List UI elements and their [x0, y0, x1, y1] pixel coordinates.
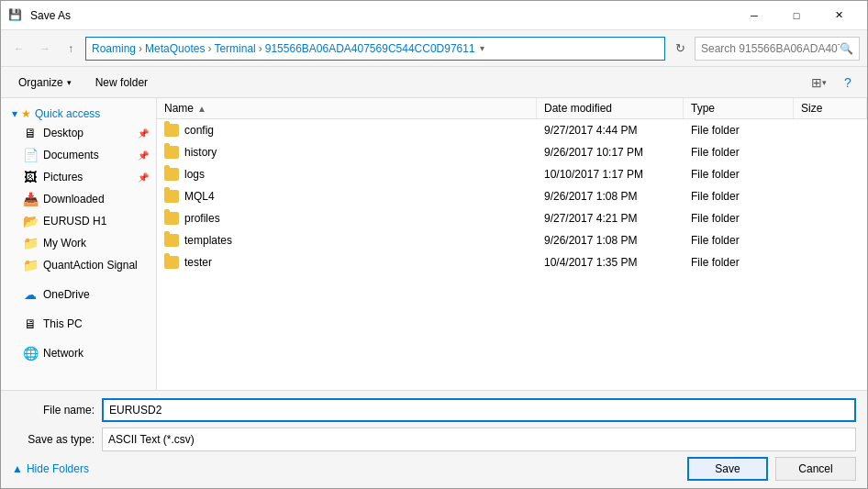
- hide-folders-button[interactable]: ▲ Hide Folders: [12, 457, 89, 481]
- sidebar-thispc-label: This PC: [43, 317, 83, 330]
- sidebar-mywork-label: My Work: [43, 237, 86, 250]
- documents-icon: 📄: [23, 148, 38, 162]
- table-row[interactable]: tester 10/4/2017 1:35 PM File folder: [157, 251, 867, 273]
- breadcrumb-dropdown-button[interactable]: ▾: [475, 37, 490, 61]
- breadcrumb[interactable]: Roaming › MetaQuotes › Terminal › 915566…: [85, 37, 665, 61]
- close-button[interactable]: ✕: [818, 1, 860, 30]
- sidebar-item-documents[interactable]: 📄 Documents 📌: [1, 144, 156, 166]
- sidebar-item-pictures[interactable]: 🖼 Pictures 📌: [1, 166, 156, 188]
- table-row[interactable]: MQL4 9/26/2017 1:08 PM File folder: [157, 185, 867, 207]
- file-list-header: Name ▲ Date modified Type Size: [157, 98, 867, 119]
- quick-access-header[interactable]: ▾ ★ Quick access: [1, 102, 156, 122]
- save-button[interactable]: Save: [687, 457, 768, 481]
- folder-icon: [164, 146, 179, 159]
- table-row[interactable]: profiles 9/27/2017 4:21 PM File folder: [157, 207, 867, 229]
- view-icon: ⊞: [811, 75, 822, 90]
- sidebar-item-onedrive[interactable]: ☁ OneDrive: [1, 283, 156, 306]
- file-cell-name: MQL4: [157, 185, 537, 206]
- file-cell-name: logs: [157, 163, 537, 184]
- view-chevron-icon: ▾: [822, 78, 827, 87]
- downloaded-icon: 📥: [23, 192, 38, 206]
- col-type-label: Type: [691, 102, 715, 115]
- maximize-button[interactable]: □: [775, 1, 818, 30]
- minimize-button[interactable]: ─: [733, 1, 775, 30]
- network-icon: 🌐: [23, 346, 38, 361]
- file-cell-type: File folder: [684, 119, 794, 140]
- sidebar-item-mywork[interactable]: 📁 My Work: [1, 232, 156, 254]
- file-cell-size: [794, 229, 867, 250]
- address-bar: ← → ↑ Roaming › MetaQuotes › Terminal › …: [1, 30, 867, 67]
- quick-access-star-icon: ★: [21, 107, 31, 120]
- file-cell-date: 10/4/2017 1:35 PM: [537, 251, 684, 272]
- filename-input[interactable]: [102, 398, 856, 422]
- sidebar-item-thispc[interactable]: 🖥 This PC: [1, 313, 156, 335]
- sidebar-network-label: Network: [43, 347, 83, 360]
- filename-row: File name:: [12, 398, 856, 422]
- file-rows: config 9/27/2017 4:44 PM File folder his…: [157, 119, 867, 273]
- file-cell-name: config: [157, 119, 537, 140]
- table-row[interactable]: history 9/26/2017 10:17 PM File folder: [157, 141, 867, 163]
- breadcrumb-id[interactable]: 915566BA06ADA407569C544CC0D97611: [265, 42, 475, 55]
- refresh-button[interactable]: ↻: [669, 38, 691, 60]
- view-button[interactable]: ⊞ ▾: [805, 71, 832, 94]
- desktop-icon: 🖥: [23, 126, 38, 140]
- file-cell-size: [794, 163, 867, 184]
- sidebar-item-quantaction[interactable]: 📁 QuantAction Signal: [1, 254, 156, 276]
- onedrive-icon: ☁: [23, 287, 38, 302]
- help-button[interactable]: ?: [836, 71, 860, 94]
- breadcrumb-terminal[interactable]: Terminal: [214, 42, 255, 55]
- file-cell-type: File folder: [684, 207, 794, 228]
- eurusd-icon: 📂: [23, 214, 38, 228]
- organize-button[interactable]: Organize ▾: [8, 71, 82, 94]
- column-header-name[interactable]: Name ▲: [157, 98, 537, 118]
- hide-folders-label: Hide Folders: [27, 462, 89, 475]
- table-row[interactable]: config 9/27/2017 4:44 PM File folder: [157, 119, 867, 141]
- search-input[interactable]: [701, 42, 840, 55]
- file-cell-size: [794, 185, 867, 206]
- pictures-icon: 🖼: [23, 170, 38, 184]
- breadcrumb-metaquotes[interactable]: MetaQuotes: [145, 42, 205, 55]
- filename-label: File name:: [12, 404, 95, 417]
- table-row[interactable]: logs 10/10/2017 1:17 PM File folder: [157, 163, 867, 185]
- forward-button[interactable]: →: [34, 38, 56, 60]
- file-cell-name: templates: [157, 229, 537, 250]
- dialog-title: Save As: [30, 9, 733, 22]
- title-bar: 💾 Save As ─ □ ✕: [1, 1, 867, 30]
- pin-icon-desktop: 📌: [138, 128, 149, 139]
- new-folder-button[interactable]: New folder: [85, 71, 158, 94]
- sidebar-item-network[interactable]: 🌐 Network: [1, 342, 156, 364]
- file-cell-type: File folder: [684, 229, 794, 250]
- file-cell-name: profiles: [157, 207, 537, 228]
- column-header-date[interactable]: Date modified: [537, 98, 684, 118]
- back-button[interactable]: ←: [8, 38, 30, 60]
- column-header-size[interactable]: Size: [794, 98, 867, 118]
- save-button-wrapper: Save: [687, 457, 768, 481]
- file-cell-date: 9/27/2017 4:21 PM: [537, 207, 684, 228]
- search-icon: 🔍: [840, 42, 853, 55]
- column-header-type[interactable]: Type: [684, 98, 794, 118]
- sidebar-item-desktop[interactable]: 🖥 Desktop 📌: [1, 122, 156, 144]
- folder-icon: [164, 234, 179, 247]
- mywork-icon: 📁: [23, 236, 38, 250]
- title-bar-buttons: ─ □ ✕: [733, 1, 860, 30]
- sidebar-item-eurusd[interactable]: 📂 EURUSD H1: [1, 210, 156, 232]
- organize-label: Organize: [18, 76, 63, 89]
- breadcrumb-roaming[interactable]: Roaming: [92, 42, 136, 55]
- sidebar-quantaction-label: QuantAction Signal: [43, 259, 138, 272]
- table-row[interactable]: templates 9/26/2017 1:08 PM File folder: [157, 229, 867, 251]
- sidebar-documents-label: Documents: [43, 149, 99, 161]
- savetype-select[interactable]: ASCII Text (*.csv): [102, 428, 856, 451]
- savetype-label: Save as type:: [12, 433, 95, 446]
- help-icon: ?: [844, 75, 851, 90]
- cancel-button[interactable]: Cancel: [775, 457, 856, 481]
- sidebar-item-downloaded[interactable]: 📥 Downloaded: [1, 188, 156, 210]
- main-content: ▾ ★ Quick access 🖥 Desktop 📌 📄 Documents…: [1, 98, 867, 390]
- file-cell-name: tester: [157, 251, 537, 272]
- up-button[interactable]: ↑: [60, 38, 82, 60]
- folder-icon: [164, 256, 179, 269]
- folder-icon: [164, 124, 179, 137]
- file-list-container: Name ▲ Date modified Type Size config 9/…: [157, 98, 867, 390]
- sort-arrow-icon: ▲: [197, 104, 206, 114]
- dialog-icon: 💾: [8, 8, 23, 23]
- col-size-label: Size: [801, 102, 822, 115]
